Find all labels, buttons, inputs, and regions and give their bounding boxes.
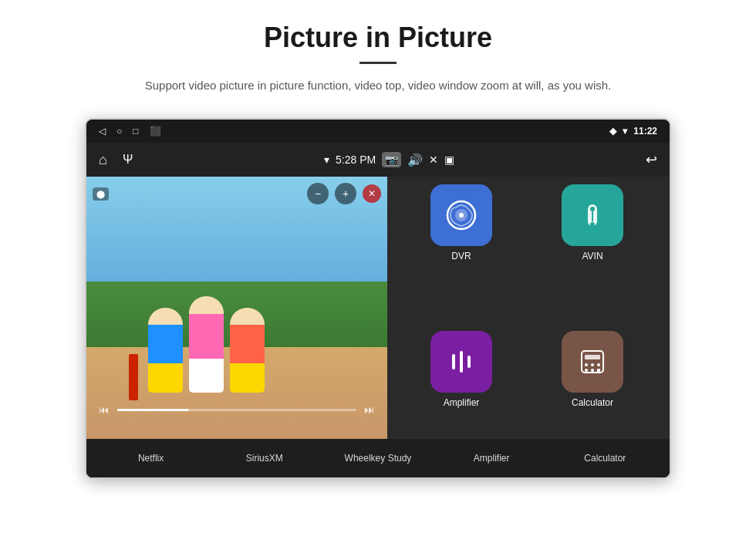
calculator-label: Calculator [572, 397, 613, 408]
dvr-icon-svg [444, 198, 478, 232]
avin-icon-bg [562, 184, 623, 246]
pip-icon[interactable]: ▣ [444, 153, 454, 166]
status-bar: ◁ ○ □ ⬛ ◆ ▾ 11:22 [86, 120, 670, 143]
toolbar-left: ⌂ Ψ [99, 152, 133, 168]
svg-rect-9 [467, 356, 471, 368]
calculator-icon-svg [575, 345, 609, 379]
avin-label: AVIN [582, 251, 602, 261]
page-title: Picture in Picture [46, 22, 710, 54]
pip-seek-bar[interactable]: ⏮ ⏭ [86, 403, 387, 416]
wifi-toolbar-icon: ▾ [324, 153, 329, 166]
status-bar-right: ◆ ▾ 11:22 [609, 126, 657, 137]
pip-controls-right: − + ✕ [307, 183, 381, 204]
page-header: Picture in Picture Support video picture… [0, 0, 756, 107]
bottom-amplifier-label: Amplifier [474, 453, 510, 464]
amplifier-label: Amplifier [444, 397, 480, 408]
home-screen: N S 🔵 [86, 177, 670, 477]
wifi-status-icon: ▾ [623, 126, 627, 137]
usb-icon[interactable]: Ψ [123, 153, 133, 167]
back-toolbar-icon[interactable]: ↩ [646, 151, 657, 168]
svg-point-13 [591, 363, 594, 366]
app-icon-dvr[interactable]: DVR [400, 184, 523, 323]
pip-controls-bar: ⬤ − + ✕ [93, 183, 381, 204]
screenshot-icon[interactable]: ⬛ [150, 126, 161, 137]
pip-minus-button[interactable]: − [307, 183, 329, 204]
home-icon[interactable]: ⌂ [99, 152, 107, 168]
dvr-icon-bg [430, 184, 492, 246]
camera-icon[interactable]: 📷 [382, 152, 401, 167]
bottom-amplifier[interactable]: Amplifier [453, 453, 530, 464]
toolbar-center: ▾ 5:28 PM 📷 🔊 ✕ ▣ [324, 152, 454, 167]
location-icon: ◆ [609, 126, 616, 137]
seek-fill [117, 409, 189, 411]
app-icon-avin[interactable]: AVIN [531, 184, 654, 323]
svg-point-16 [591, 369, 594, 372]
svg-rect-11 [585, 355, 600, 359]
bottom-calculator[interactable]: Calculator [566, 453, 643, 464]
bottom-labels-bar: Netflix SiriusXM Wheelkey Study Amplifie… [86, 439, 670, 477]
pip-overlay: ⬤ − + ✕ ⏮ [86, 177, 387, 439]
rewind-button[interactable]: ⏮ [99, 403, 110, 416]
svg-rect-7 [452, 354, 455, 369]
title-divider [359, 62, 397, 64]
video-scene [86, 177, 387, 439]
volume-icon[interactable]: 🔊 [407, 153, 423, 167]
toolbar-right: ↩ [646, 151, 657, 168]
device-frame: ◁ ○ □ ⬛ ◆ ▾ 11:22 ⌂ Ψ ▾ 5:28 PM 📷 🔊 ✕ ▣ … [85, 118, 671, 479]
bottom-wheelkey[interactable]: Wheelkey Study [339, 453, 417, 464]
svg-point-14 [597, 363, 600, 366]
svg-rect-17 [597, 369, 600, 372]
home-nav-icon[interactable]: ○ [116, 126, 122, 137]
avin-icon-svg [575, 198, 609, 232]
figure-3 [230, 308, 265, 393]
back-nav-icon[interactable]: ◁ [99, 126, 106, 137]
red-pole [129, 354, 138, 400]
svg-point-15 [585, 369, 588, 372]
apps-grid: DVR AVIN [384, 177, 670, 477]
seek-track[interactable] [117, 409, 356, 411]
page-subtitle: Support video picture in picture functio… [116, 76, 640, 95]
bottom-siriusxm-label: SiriusXM [246, 453, 283, 464]
svg-rect-8 [460, 351, 463, 373]
fast-forward-button[interactable]: ⏭ [364, 403, 375, 416]
pip-close-button[interactable]: ✕ [363, 184, 381, 203]
pip-record-icon: ⬤ [93, 187, 109, 201]
recents-nav-icon[interactable]: □ [133, 126, 138, 137]
toolbar-time: 5:28 PM [336, 153, 376, 166]
figure-1 [148, 308, 183, 393]
bottom-netflix[interactable]: Netflix [113, 453, 190, 464]
pip-plus-button[interactable]: + [335, 183, 356, 204]
calculator-icon-bg [562, 331, 623, 393]
bottom-siriusxm[interactable]: SiriusXM [226, 453, 303, 464]
amplifier-icon-bg [430, 331, 492, 393]
figures-group [148, 296, 265, 393]
app-toolbar: ⌂ Ψ ▾ 5:28 PM 📷 🔊 ✕ ▣ ↩ [86, 143, 670, 177]
close-x-icon[interactable]: ✕ [429, 153, 438, 166]
pip-window: ⬤ − + ✕ ⏮ [86, 177, 387, 439]
dvr-label: DVR [451, 251, 471, 261]
status-time: 11:22 [633, 126, 657, 137]
svg-point-6 [590, 222, 595, 227]
svg-point-2 [459, 213, 464, 218]
status-bar-left: ◁ ○ □ ⬛ [99, 126, 161, 137]
figure-2 [189, 296, 224, 393]
bottom-netflix-label: Netflix [138, 453, 164, 464]
amplifier-icon-svg [444, 345, 478, 379]
svg-point-12 [585, 363, 588, 366]
bottom-wheelkey-label: Wheelkey Study [345, 453, 412, 464]
svg-point-4 [590, 207, 595, 211]
bottom-calculator-label: Calculator [584, 453, 626, 464]
